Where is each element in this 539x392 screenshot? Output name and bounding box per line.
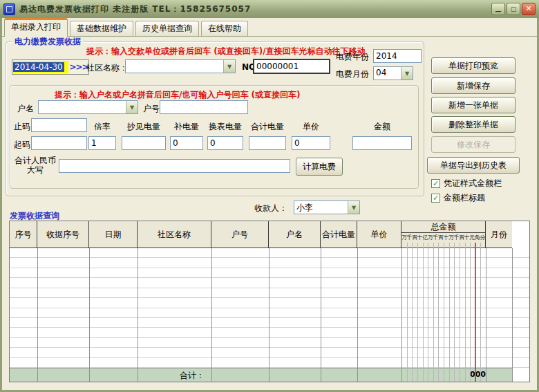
table-row[interactable]	[10, 338, 529, 348]
title-bar[interactable]: 易达电费发票收据打印 未注册版 TEL：15825675057 — ▢ ✕	[0, 0, 539, 18]
col-header-seq[interactable]: 序号	[10, 221, 37, 248]
amount-subdivider	[412, 243, 413, 382]
table-row[interactable]	[10, 328, 529, 337]
fee-year-label: 电费年份	[336, 51, 369, 63]
app-window: 易达电费发票收据打印 未注册版 TEL：15825675057 — ▢ ✕ 单据…	[0, 0, 539, 392]
app-icon	[3, 3, 15, 15]
community-combobox[interactable]: ▼	[125, 59, 236, 73]
account-name-combobox[interactable]: ▼	[38, 100, 138, 114]
table-row[interactable]	[10, 348, 529, 357]
amount-title-checkbox[interactable]: ✓ 金额栏标题	[431, 192, 485, 204]
col-header-account-name[interactable]: 户名	[269, 221, 321, 248]
rmb-words-field[interactable]	[59, 159, 290, 173]
amount-title-checkbox-label: 金额栏标题	[444, 192, 485, 204]
table-row[interactable]	[10, 318, 529, 328]
stop-code-field[interactable]	[31, 118, 87, 132]
account-name-value[interactable]	[39, 101, 126, 113]
maximize-button[interactable]: ▢	[507, 3, 520, 15]
receipt-no-field[interactable]	[253, 59, 330, 74]
amount-subdivider	[438, 243, 439, 382]
col-header-receipt-no[interactable]: 收据序号	[37, 221, 89, 248]
account-no-label: 户号	[143, 103, 160, 115]
chevron-down-icon[interactable]: ▼	[126, 101, 138, 113]
export-history-button[interactable]: 单据导出到历史表	[427, 157, 520, 174]
multiplier-field[interactable]	[88, 136, 116, 150]
invoice-date-value[interactable]: 2014-04-30	[13, 61, 68, 73]
fee-month-combobox[interactable]: 04 ▼	[373, 66, 413, 80]
total-label: 合计：	[180, 370, 205, 382]
meter-groupbox: 提示：输入户名或户名拼音后回车/也可输入户号回车 (或直接回车) 户名 ▼ 户号…	[10, 85, 419, 189]
account-no-field[interactable]	[160, 100, 248, 114]
table-row[interactable]	[10, 258, 529, 268]
table-row[interactable]	[10, 308, 529, 318]
amount-digit-label: 千	[407, 233, 413, 248]
chevron-down-icon[interactable]: ▼	[348, 201, 359, 214]
payee-value[interactable]: 小李	[294, 201, 348, 214]
minimize-button[interactable]: —	[491, 3, 505, 15]
meter-change-label: 换表电量	[207, 121, 243, 133]
fee-month-value[interactable]: 04	[374, 67, 401, 80]
amount-subdivider	[460, 243, 460, 382]
chevron-down-icon[interactable]: ▼	[401, 67, 413, 80]
table-row[interactable]	[10, 278, 529, 288]
query-table-body	[10, 248, 529, 368]
meter-reading-label: 抄见电量	[122, 121, 166, 133]
amount-label: 金额	[352, 121, 412, 133]
account-name-label: 户名	[17, 103, 34, 115]
col-header-community[interactable]: 社区名称	[138, 221, 211, 248]
tab-online-help[interactable]: 在线帮助	[201, 21, 248, 36]
modify-save-button[interactable]: 修改保存	[431, 136, 516, 153]
col-header-account-no[interactable]: 户号	[211, 221, 269, 248]
col-header-total-energy[interactable]: 合计电量	[321, 221, 357, 248]
table-row[interactable]	[10, 358, 529, 368]
new-receipt-button[interactable]: 新增一张单据	[431, 97, 516, 113]
column-divider	[512, 248, 513, 382]
checkmark-icon[interactable]: ✓	[431, 179, 440, 188]
meter-change-field[interactable]	[207, 136, 243, 150]
close-button[interactable]: ✕	[522, 3, 536, 15]
invoice-date-field[interactable]: 2014-04-30 >>>	[12, 59, 89, 75]
amount-field[interactable]	[352, 136, 412, 150]
delete-receipt-button[interactable]: 删除整张单据	[431, 116, 516, 133]
checkmark-icon[interactable]: ✓	[431, 194, 440, 203]
unit-price-label: 单价	[292, 121, 330, 133]
column-divider	[37, 248, 38, 382]
add-save-button[interactable]: 新增保存	[431, 77, 516, 94]
hint-community: 提示：输入交款单位或拼音后回车 (或直接回车)/直接回车光标自动往下移动	[86, 46, 366, 57]
total-energy-field[interactable]	[249, 136, 286, 150]
supplement-field[interactable]	[170, 136, 203, 150]
start-code-field[interactable]	[31, 136, 87, 150]
community-label: 社区名称：	[86, 62, 128, 74]
chevron-down-icon[interactable]: ▼	[223, 60, 235, 73]
total-energy-label: 合计电量	[249, 121, 286, 133]
meter-reading-field[interactable]	[122, 136, 166, 150]
fee-year-field[interactable]	[373, 49, 422, 63]
tab-bar: 单据录入打印 基础数据维护 历史单据查询 在线帮助	[2, 18, 537, 37]
header-filler	[512, 221, 529, 248]
table-row[interactable]	[10, 248, 529, 258]
payee-combobox[interactable]: 小李 ▼	[294, 200, 360, 214]
table-row[interactable]	[10, 288, 529, 298]
tab-base-data[interactable]: 基础数据维护	[70, 21, 133, 36]
tab-entry-print[interactable]: 单据录入打印	[4, 18, 68, 37]
col-header-unit-price[interactable]: 单价	[357, 221, 401, 248]
column-divider	[89, 248, 90, 382]
col-header-date[interactable]: 日期	[89, 221, 138, 248]
community-value[interactable]	[126, 60, 223, 73]
table-row[interactable]	[10, 298, 529, 308]
unit-price-field[interactable]	[292, 136, 330, 150]
col-header-month[interactable]: 月份	[486, 221, 512, 248]
fee-month-label: 电费月份	[336, 68, 369, 80]
calc-fee-button[interactable]: 计算电费	[296, 158, 343, 176]
amount-subdivider	[470, 243, 471, 382]
voucher-style-checkbox[interactable]: ✓ 凭证样式金额栏	[431, 178, 502, 189]
print-preview-button[interactable]: 单据打印预览	[431, 57, 516, 74]
power-fee-group-title: 电力缴费发票收据	[12, 37, 84, 46]
stop-code-label: 止码	[14, 121, 30, 133]
amount-subdivider	[433, 243, 434, 382]
date-more-button[interactable]: >>>	[69, 60, 88, 74]
client-area: 单据录入打印 基础数据维护 历史单据查询 在线帮助 电力缴费发票收据 提示：输入…	[2, 18, 537, 390]
table-row[interactable]	[10, 268, 529, 278]
tab-history-query[interactable]: 历史单据查询	[135, 21, 199, 36]
total-row: 合计：	[10, 368, 512, 382]
